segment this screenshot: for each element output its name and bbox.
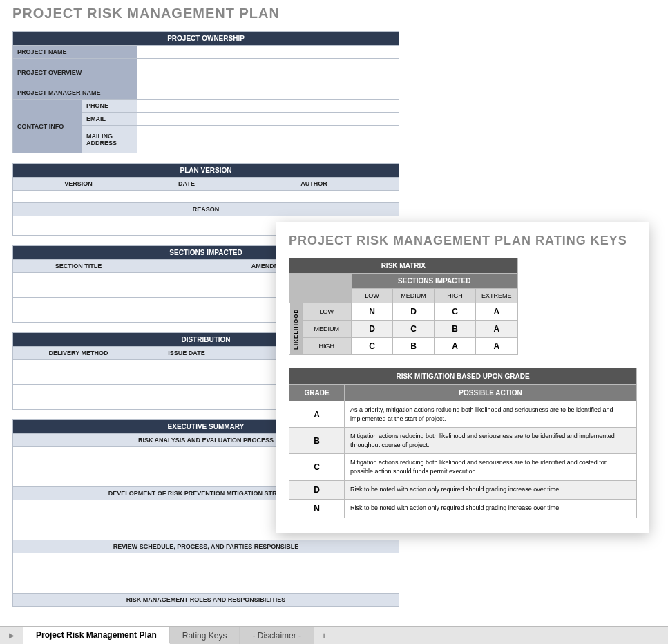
mitigation-action: Risk to be noted with action only requir… bbox=[345, 499, 637, 518]
matrix-row-low: LOW bbox=[302, 303, 351, 321]
overlay-title: PROJECT RISK MANAGEMENT PLAN RATING KEYS bbox=[289, 234, 637, 248]
col-action: POSSIBLE ACTION bbox=[345, 385, 637, 401]
label-project-manager: PROJECT MANAGER NAME bbox=[13, 86, 137, 100]
input-mailing-address[interactable] bbox=[137, 126, 399, 153]
table-cell[interactable] bbox=[144, 397, 229, 410]
input-project-name[interactable] bbox=[137, 46, 399, 59]
mitigation-action: Mitigation actions reducing both likelih… bbox=[345, 428, 637, 454]
matrix-cell: B bbox=[393, 338, 435, 355]
label-project-overview: PROJECT OVERVIEW bbox=[13, 59, 137, 86]
tab-disclaimer[interactable]: - Disclaimer - bbox=[240, 627, 314, 644]
matrix-title: RISK MATRIX bbox=[289, 258, 518, 274]
col-version: VERSION bbox=[13, 178, 144, 191]
input-version[interactable] bbox=[13, 191, 144, 203]
label-phone: PHONE bbox=[82, 100, 137, 113]
matrix-cell: C bbox=[393, 321, 435, 338]
matrix-cell: A bbox=[476, 303, 518, 321]
label-email: EMAIL bbox=[82, 113, 137, 126]
label-mailing-address: MAILING ADDRESS bbox=[82, 126, 137, 153]
table-cell[interactable] bbox=[144, 372, 229, 385]
matrix-cell: D bbox=[352, 321, 393, 338]
mitigation-title: RISK MITIGATION BASED UPON GRADE bbox=[289, 368, 637, 385]
matrix-row-high: HIGH bbox=[302, 338, 351, 355]
mitigation-action: Risk to be noted with action only requir… bbox=[345, 480, 637, 499]
project-ownership-table: PROJECT OWNERSHIP PROJECT NAME PROJECT O… bbox=[12, 31, 399, 153]
input-author[interactable] bbox=[229, 191, 399, 203]
matrix-cell: D bbox=[393, 303, 435, 321]
tab-rating-keys[interactable]: Rating Keys bbox=[170, 627, 240, 644]
table-cell[interactable] bbox=[13, 372, 144, 385]
col-reason: REASON bbox=[13, 203, 399, 216]
table-cell[interactable] bbox=[13, 385, 144, 397]
mitigation-table: RISK MITIGATION BASED UPON GRADE GRADE P… bbox=[289, 368, 637, 518]
label-contact-info: CONTACT INFO bbox=[13, 100, 82, 153]
col-author: AUTHOR bbox=[229, 178, 399, 191]
input-email[interactable] bbox=[137, 113, 399, 126]
input-project-overview[interactable] bbox=[137, 59, 399, 86]
row-review: REVIEW SCHEDULE, PROCESS, AND PARTIES RE… bbox=[13, 540, 399, 553]
label-project-name: PROJECT NAME bbox=[13, 46, 137, 59]
input-project-manager[interactable] bbox=[137, 86, 399, 100]
mitigation-action: Mitigation actions reducing both likelih… bbox=[345, 454, 637, 480]
table-cell[interactable] bbox=[13, 310, 144, 323]
mitigation-grade: A bbox=[289, 401, 345, 428]
matrix-cell: N bbox=[352, 303, 393, 321]
matrix-row-medium: MEDIUM bbox=[302, 321, 351, 338]
matrix-cell: A bbox=[476, 321, 518, 338]
matrix-cell: A bbox=[476, 338, 518, 355]
row-roles: RISK MANAGEMENT ROLES AND RESPONSIBILITI… bbox=[13, 594, 399, 607]
section-header-plan-version: PLAN VERSION bbox=[13, 164, 399, 178]
mitigation-grade: D bbox=[289, 480, 345, 499]
matrix-col-low: LOW bbox=[352, 289, 393, 303]
matrix-cols-group: SECTIONS IMPACTED bbox=[352, 274, 518, 289]
matrix-corner bbox=[289, 274, 352, 303]
sheet-tab-bar: ▶ Project Risk Management Plan Rating Ke… bbox=[0, 626, 668, 644]
tab-add-button[interactable]: + bbox=[314, 627, 334, 644]
input-phone[interactable] bbox=[137, 100, 399, 113]
table-cell[interactable] bbox=[13, 360, 144, 372]
col-date: DATE bbox=[144, 178, 229, 191]
mitigation-grade: C bbox=[289, 454, 345, 480]
mitigation-grade: N bbox=[289, 499, 345, 518]
table-cell[interactable] bbox=[13, 397, 144, 410]
tab-nav-arrow-icon[interactable]: ▶ bbox=[0, 627, 23, 644]
matrix-col-extreme: EXTREME bbox=[476, 289, 518, 303]
input-date[interactable] bbox=[144, 191, 229, 203]
matrix-cell: C bbox=[352, 338, 393, 355]
table-cell[interactable] bbox=[144, 385, 229, 397]
table-cell[interactable] bbox=[144, 360, 229, 372]
matrix-rows-group: LIKELIHOOD bbox=[289, 303, 303, 355]
matrix-cell: B bbox=[435, 321, 476, 338]
page-title: PROJECT RISK MANAGEMENT PLAN bbox=[12, 6, 399, 21]
matrix-cell: C bbox=[435, 303, 476, 321]
mitigation-grade: B bbox=[289, 428, 345, 454]
col-grade: GRADE bbox=[289, 385, 345, 401]
col-section-title: SECTION TITLE bbox=[13, 260, 144, 273]
matrix-col-high: HIGH bbox=[435, 289, 476, 303]
input-review[interactable] bbox=[13, 553, 399, 594]
table-cell[interactable] bbox=[13, 285, 144, 298]
matrix-col-medium: MEDIUM bbox=[393, 289, 435, 303]
col-delivery-method: DELIVERY METHOD bbox=[13, 347, 144, 360]
risk-matrix-table: RISK MATRIX SECTIONS IMPACTED LOW MEDIUM… bbox=[289, 258, 518, 355]
mitigation-action: As a priority, mitigation actions reduci… bbox=[345, 401, 637, 428]
right-overlay: PROJECT RISK MANAGEMENT PLAN RATING KEYS… bbox=[276, 222, 649, 533]
col-issue-date: ISSUE DATE bbox=[144, 347, 229, 360]
tab-project-risk-management-plan[interactable]: Project Risk Management Plan bbox=[23, 627, 170, 644]
section-header-ownership: PROJECT OWNERSHIP bbox=[13, 32, 399, 46]
table-cell[interactable] bbox=[13, 298, 144, 310]
matrix-cell: A bbox=[435, 338, 476, 355]
table-cell[interactable] bbox=[13, 273, 144, 285]
